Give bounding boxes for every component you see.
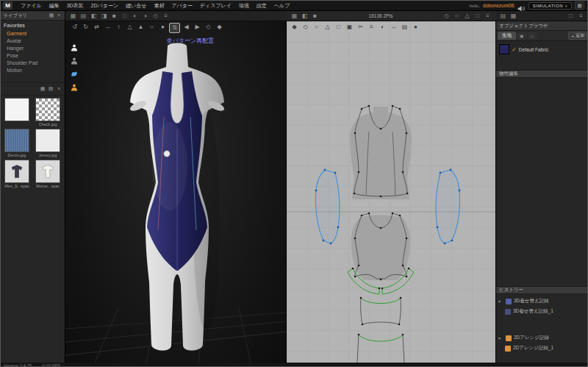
prev-icon[interactable]: ◀ — [182, 23, 191, 33]
avatar-orange-icon[interactable] — [70, 83, 79, 92]
viewport-3d[interactable]: ↺ ↻ ⇄ ↔ ↕ △ ▲ ○ ● ⇅ ◀ ▶ ◇ ◆ 全パターン再配置 — [65, 21, 287, 363]
panel-list-icon[interactable]: ▤ — [498, 12, 508, 21]
menu-settings[interactable]: 設定 — [253, 1, 270, 11]
move-v-icon[interactable]: ↕ — [114, 23, 123, 33]
menu-sewing[interactable]: 縫い合せ — [122, 1, 150, 11]
add-point-icon[interactable]: ○ — [312, 23, 321, 32]
seam-list-icon[interactable]: ≡ — [367, 23, 376, 32]
mannequin-3d[interactable] — [96, 38, 258, 361]
menu-avatar[interactable]: アバター — [168, 1, 196, 11]
tab-trim-icon[interactable]: ▣ — [517, 32, 527, 39]
scissors-icon[interactable]: ✂ — [356, 23, 365, 32]
library-thumb-women-top[interactable]: Wome...spac — [33, 160, 62, 189]
avatar-white-icon[interactable] — [70, 43, 79, 52]
fabric-list-item[interactable]: ✓ Default Fabric — [496, 41, 588, 57]
menu-environment[interactable]: 環境 — [235, 1, 253, 11]
pattern-canvas[interactable] — [287, 21, 495, 363]
gem-view-icon[interactable]: ◇ — [151, 12, 160, 21]
sim-grid-icon[interactable]: ▦ — [575, 1, 584, 10]
avatar-show-icon[interactable]: ▲ — [136, 23, 146, 33]
avatar-gray-icon[interactable] — [70, 57, 79, 65]
contrast-icon[interactable]: ◑ — [140, 12, 150, 21]
tab-fabric[interactable]: 生地 — [498, 32, 516, 40]
select-tool-icon[interactable]: ◆ — [290, 23, 299, 32]
tab-stitch-icon[interactable]: ◇ — [528, 32, 537, 39]
solid-2d-icon[interactable]: ■ — [310, 12, 320, 21]
pose-icon[interactable]: △ — [125, 23, 135, 33]
library-thumb-check[interactable]: Check.jpg — [33, 98, 62, 127]
menu-edit[interactable]: 編集 — [46, 1, 63, 11]
add-fabric-button[interactable]: + 追加 — [568, 32, 587, 40]
gem-icon[interactable]: ◇ — [204, 23, 213, 33]
library-menu-icon[interactable]: ≡ — [55, 11, 62, 20]
wireframe-view-icon[interactable]: □ — [120, 12, 129, 21]
menu-file[interactable]: ファイル — [17, 1, 46, 11]
panel-menu-icon[interactable]: ≡ — [576, 12, 586, 21]
half-shade-icon[interactable]: ◐ — [130, 12, 140, 21]
menu-3d-garment[interactable]: 3D衣装 — [63, 1, 87, 11]
shade-2d-icon[interactable]: ◧ — [300, 12, 309, 21]
library-thumb-denim[interactable]: Denim.jpg — [2, 129, 32, 158]
history-header[interactable]: ヒストリー — [496, 286, 588, 294]
point-icon[interactable]: ● — [158, 23, 168, 33]
app-logo[interactable]: M — [3, 1, 12, 10]
sidebar-item-avatar[interactable]: Avatar — [1, 37, 65, 44]
menu-2d-pattern[interactable]: 2Dパターン — [87, 1, 122, 11]
triangle-2d-icon[interactable]: △ — [462, 12, 472, 21]
thumb-menu-icon[interactable]: ≡ — [55, 85, 62, 93]
record-3d-group[interactable]: ▾ 3D着せ替え記録 — [496, 296, 588, 306]
rect-tool-icon[interactable]: □ — [334, 23, 343, 32]
library-thumb-blank[interactable] — [2, 98, 32, 127]
thumb-list-icon[interactable]: ▤ — [47, 85, 54, 93]
menu-display[interactable]: ディスプレイ — [196, 1, 235, 11]
sidebar-item-garment[interactable]: Garment — [1, 29, 65, 37]
panel-box-icon[interactable]: □ — [566, 12, 576, 21]
polygon-tool-icon[interactable]: △ — [323, 23, 332, 32]
record-3d-item[interactable]: 3D着せ替え記録_1 — [496, 307, 588, 316]
view-menu-icon[interactable]: ≡ — [161, 12, 171, 21]
sidebar-item-motion[interactable]: Motion — [1, 66, 65, 74]
rearrange-patterns-icon[interactable]: ⇅ — [169, 23, 180, 33]
avatar-blue-icon[interactable] — [70, 70, 79, 79]
diamond-2d-icon[interactable]: ◇ — [442, 12, 451, 21]
texture-view-icon[interactable]: ▤ — [79, 12, 88, 21]
redo-icon[interactable]: ↻ — [81, 23, 90, 33]
internal-rect-icon[interactable]: ▣ — [345, 23, 354, 32]
solid-view-icon[interactable]: ■ — [110, 12, 119, 21]
show-3d-grid-icon[interactable]: ▦ — [68, 12, 78, 21]
edit-pattern-icon[interactable]: ◇ — [301, 23, 310, 32]
thumb-large-icon[interactable]: ▦ — [39, 85, 46, 93]
sidebar-item-shoulder-pad[interactable]: Shoulder Pad — [1, 59, 65, 66]
swap-icon[interactable]: ⇄ — [92, 23, 101, 33]
square-2d-icon[interactable]: □ — [473, 12, 482, 21]
circle-2d-icon[interactable]: ○ — [452, 12, 462, 21]
speaker-icon[interactable] — [517, 2, 526, 10]
gem-solid-icon[interactable]: ◆ — [215, 23, 224, 33]
panel-grid-icon[interactable]: ▦ — [509, 12, 518, 21]
library-thumb-jersey[interactable]: Jersey.jpg — [33, 129, 62, 158]
shade-right-icon[interactable]: ◨ — [99, 12, 109, 21]
library-favorites-header[interactable]: Favorites — [1, 21, 65, 29]
shade-left-icon[interactable]: ◧ — [89, 12, 98, 21]
menu-material[interactable]: 素材 — [150, 1, 168, 11]
property-editor-header[interactable]: 物性編集 — [496, 70, 588, 78]
menu-2d-icon[interactable]: ≡ — [483, 12, 492, 21]
record-2d-group[interactable]: ▾ 2Dアレンジ記録 — [496, 333, 588, 343]
username-link[interactable]: dobonezumi06 — [483, 3, 514, 8]
grid-2d-icon[interactable]: ▦ — [290, 12, 299, 21]
move-h-icon[interactable]: ↔ — [103, 23, 112, 33]
pin-icon[interactable]: ○ — [147, 23, 157, 33]
shade-tool-icon[interactable]: ◐ — [378, 23, 387, 32]
texture-tool-icon[interactable]: ▤ — [400, 23, 409, 32]
sidebar-item-pose[interactable]: Pose — [1, 51, 65, 59]
next-icon[interactable]: ▶ — [193, 23, 202, 33]
dot-tool-icon[interactable]: ● — [411, 23, 420, 32]
record-2d-item[interactable]: 2Dアレンジ記録_1 — [496, 343, 588, 353]
viewport-2d[interactable]: ◆ ◇ ○ △ □ ▣ ✂ ≡ ◐ ↔ ▤ ● — [287, 21, 495, 363]
width-tool-icon[interactable]: ↔ — [389, 23, 398, 32]
sidebar-item-hanger[interactable]: Hanger — [1, 44, 65, 51]
library-thumb-men-shirt[interactable]: Men_S...spac — [2, 160, 32, 189]
library-grid-icon[interactable]: ▦ — [48, 11, 55, 20]
menu-help[interactable]: ヘルプ — [270, 1, 294, 11]
undo-icon[interactable]: ↺ — [70, 23, 79, 33]
